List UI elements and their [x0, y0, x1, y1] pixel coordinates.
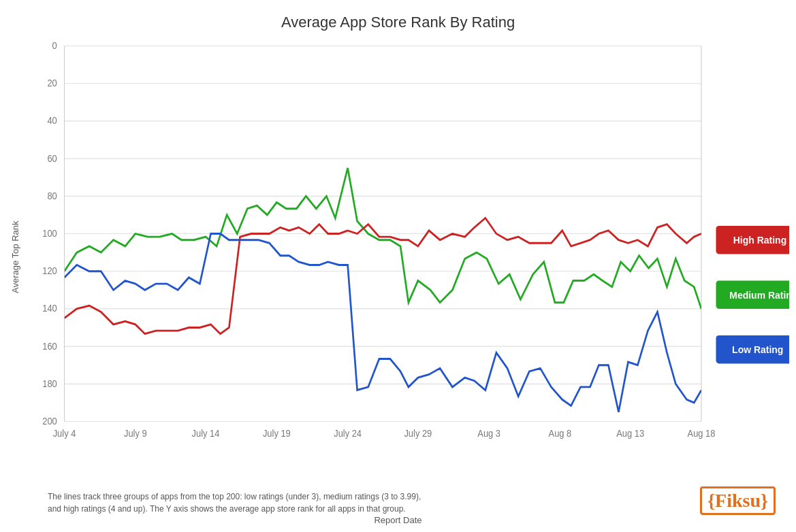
medium-rating-line	[65, 168, 701, 309]
svg-text:160: 160	[42, 341, 57, 351]
svg-text:200: 200	[42, 416, 57, 427]
svg-text:0: 0	[52, 41, 57, 51]
svg-text:180: 180	[42, 379, 57, 389]
low-rating-legend-label: Low Rating	[732, 344, 783, 356]
svg-text:July 19: July 19	[263, 429, 291, 439]
chart-title: Average App Store Rank By Rating	[281, 14, 515, 31]
svg-text:80: 80	[47, 191, 57, 201]
svg-text:Aug 8: Aug 8	[549, 429, 572, 439]
footer-text: The lines track three groups of apps fro…	[48, 491, 421, 515]
x-axis-label-container: Report Date	[7, 515, 789, 525]
svg-text:40: 40	[47, 116, 57, 126]
svg-text:20: 20	[47, 78, 57, 88]
high-rating-line	[65, 218, 701, 334]
svg-text:100: 100	[42, 229, 57, 239]
high-rating-legend-label: High Rating	[733, 235, 786, 246]
footer: The lines track three groups of apps fro…	[7, 480, 789, 518]
svg-text:July 9: July 9	[124, 429, 147, 439]
svg-text:60: 60	[47, 153, 57, 163]
svg-text:Aug 13: Aug 13	[616, 429, 644, 439]
y-axis-label: Average Top Rank	[7, 38, 20, 476]
fiksu-logo: {Fiksu}	[700, 486, 776, 515]
svg-text:Aug 3: Aug 3	[477, 429, 500, 439]
chart-svg: 0 20 40 60 80 100 120 140 160	[20, 38, 789, 476]
svg-text:July 24: July 24	[334, 429, 362, 439]
x-axis-label: Report Date	[374, 515, 421, 525]
svg-text:120: 120	[42, 266, 57, 276]
svg-text:Aug 18: Aug 18	[688, 429, 716, 439]
svg-text:July 29: July 29	[404, 429, 432, 439]
fiksu-logo-text: {Fiksu}	[707, 490, 768, 511]
medium-rating-legend-label: Medium Rating	[729, 290, 789, 301]
low-rating-line	[65, 234, 701, 412]
svg-text:July 4: July 4	[53, 429, 76, 439]
svg-text:July 14: July 14	[192, 429, 220, 439]
svg-text:140: 140	[42, 303, 57, 314]
